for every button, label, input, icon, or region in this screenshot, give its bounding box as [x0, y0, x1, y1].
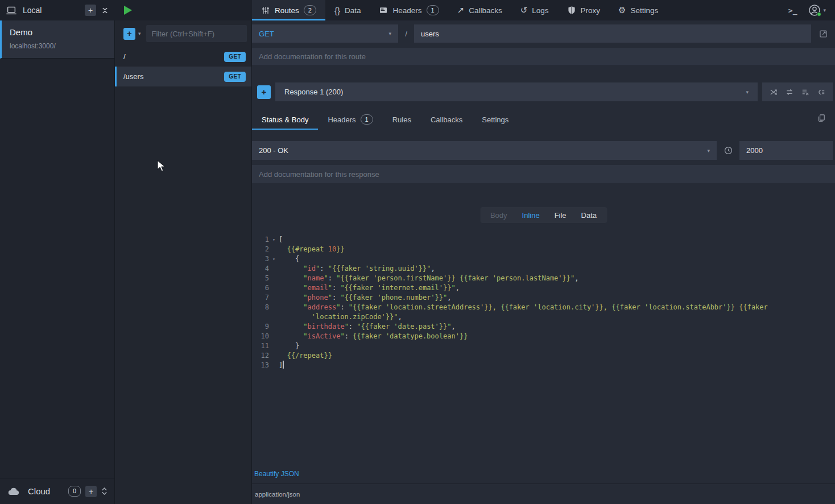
code-line[interactable]: [ — [279, 235, 835, 245]
route-item-root[interactable]: /GET — [115, 47, 251, 67]
body-type-toggle: BodyInlineFileData — [480, 207, 607, 223]
chevron-down-icon: ▾ — [746, 89, 749, 95]
open-route-external-icon[interactable] — [811, 29, 835, 39]
proxy-icon — [567, 6, 576, 15]
code-line[interactable]: "isActive": {{faker 'datatype.boolean'}} — [279, 332, 835, 341]
add-response-button[interactable]: + — [257, 85, 271, 99]
route-documentation-input[interactable] — [252, 48, 835, 65]
response-mode-buttons — [762, 82, 833, 101]
code-line[interactable]: "email": "{{faker 'internet.email'}}", — [279, 283, 835, 293]
response-select[interactable]: Response 1 (200) ▾ — [275, 82, 758, 101]
environment-item-demo[interactable]: Demo localhost:3000/ — [0, 20, 114, 59]
editor-line: 6 "email": "{{faker 'internet.email'}}", — [252, 283, 835, 293]
body-toggle-file[interactable]: File — [547, 211, 574, 220]
method-badge: GET — [224, 52, 246, 62]
response-selector-row: + Response 1 (200) ▾ — [252, 82, 833, 101]
expand-collapse-icon[interactable] — [101, 487, 108, 495]
response-tab-label: Callbacks — [431, 115, 462, 124]
response-tab-settings[interactable]: Settings — [472, 109, 518, 130]
tab-data[interactable]: {}Data — [325, 0, 370, 20]
method-select[interactable]: GET ▾ — [252, 24, 398, 43]
tab-routes[interactable]: Routes2 — [252, 0, 325, 20]
mockoon-app: Local + Routes2{}DataHeaders1↗Callbacks↺… — [0, 0, 835, 504]
code-line[interactable]: ] — [279, 361, 835, 370]
disable-rules-icon — [801, 88, 810, 97]
fold-gutter — [269, 264, 279, 274]
method-badge: GET — [224, 72, 246, 82]
response-tab-callbacks[interactable]: Callbacks — [421, 109, 472, 130]
cloud-add-button[interactable]: + — [85, 486, 97, 497]
account-menu[interactable]: ▾ — [808, 4, 826, 16]
tab-badge: 2 — [304, 5, 316, 15]
code-line[interactable]: {{/repeat}} — [279, 351, 835, 361]
line-number: 12 — [252, 351, 269, 361]
repeat-button[interactable] — [785, 88, 794, 97]
disable-rules-button[interactable] — [801, 88, 810, 97]
line-number: 13 — [252, 361, 269, 370]
start-server-button[interactable] — [124, 6, 132, 15]
line-number: 9 — [252, 322, 269, 332]
tab-headers[interactable]: Headers1 — [370, 0, 448, 20]
tab-callbacks[interactable]: ↗Callbacks — [448, 0, 511, 20]
shuffle-icon — [769, 88, 778, 97]
response-tab-label: Headers — [328, 115, 356, 124]
new-environment-button[interactable]: + — [85, 5, 96, 16]
beautify-json-link[interactable]: Beautify JSON — [254, 470, 299, 478]
cloud-count-badge: 0 — [68, 486, 81, 497]
line-number: 11 — [252, 341, 269, 351]
response-tab-status-body[interactable]: Status & Body — [252, 109, 318, 130]
line-number: 2 — [252, 245, 269, 254]
body-toggle-data[interactable]: Data — [574, 211, 604, 220]
code-line[interactable]: "address": "{{faker 'location.streetAddr… — [279, 303, 835, 312]
code-line[interactable]: "id": "{{faker 'string.uuid'}}", — [279, 264, 835, 274]
fold-toggle-icon[interactable]: ▾ — [269, 235, 279, 245]
method-value: GET — [259, 30, 274, 38]
data-icon: {} — [334, 6, 340, 15]
environment-host: localhost:3000/ — [10, 42, 114, 50]
latency-input[interactable] — [739, 141, 833, 160]
chevron-down-icon: ▾ — [707, 148, 710, 154]
editor-status-bar: application/json — [252, 484, 835, 504]
code-line[interactable]: { — [279, 254, 835, 264]
terminal-icon[interactable]: >_ — [788, 6, 797, 15]
response-documentation-input[interactable] — [252, 165, 835, 183]
code-line[interactable]: "name": "{{faker 'person.firstName'}} {{… — [279, 274, 835, 283]
response-tab-headers[interactable]: Headers1 — [318, 109, 382, 130]
laptop-icon — [6, 6, 17, 15]
line-number: 7 — [252, 293, 269, 303]
logs-icon: ↺ — [520, 5, 528, 15]
chevron-down-icon[interactable]: ▾ — [138, 31, 141, 36]
route-path-input[interactable] — [414, 24, 811, 43]
editor-line: 2 {{#repeat 10}} — [252, 245, 835, 254]
code-line[interactable]: "phone": "{{faker 'phone.number'}}", — [279, 293, 835, 303]
tab-settings[interactable]: ⚙Settings — [609, 0, 667, 20]
fold-toggle-icon[interactable]: ▾ — [269, 254, 279, 264]
response-tab-rules[interactable]: Rules — [383, 109, 421, 130]
route-filter-input[interactable] — [146, 25, 247, 42]
path-separator: / — [398, 30, 414, 38]
tab-label: Callbacks — [469, 6, 502, 15]
editor-line: 8 "address": "{{faker 'location.streetAd… — [252, 303, 835, 312]
code-line[interactable]: } — [279, 341, 835, 351]
code-line[interactable]: 'location.zipCode'}}", — [279, 312, 835, 322]
code-editor[interactable]: 1▾[2 {{#repeat 10}}3▾ {4 "id": "{{faker … — [252, 233, 835, 468]
route-item-users[interactable]: /usersGET — [115, 67, 251, 86]
shuffle-button[interactable] — [769, 88, 778, 97]
editor-line: 10 "isActive": {{faker 'datatype.boolean… — [252, 332, 835, 341]
fold-gutter — [269, 274, 279, 283]
line-number: 3 — [252, 254, 269, 264]
line-number: 5 — [252, 274, 269, 283]
fallback-button[interactable] — [817, 88, 826, 97]
editor-line: 12 {{/repeat}} — [252, 351, 835, 361]
status-code-select[interactable]: 200 - OK ▾ — [252, 141, 717, 160]
route-list: /GET/usersGET — [115, 47, 251, 86]
add-route-button[interactable]: + — [123, 28, 135, 40]
editor-line: 4 "id": "{{faker 'string.uuid'}}", — [252, 264, 835, 274]
code-line[interactable]: {{#repeat 10}} — [279, 245, 835, 254]
tab-logs[interactable]: ↺Logs — [511, 0, 558, 20]
body-toggle-inline[interactable]: Inline — [515, 211, 547, 220]
collapse-menu-icon[interactable] — [101, 6, 109, 15]
tab-proxy[interactable]: Proxy — [558, 0, 610, 20]
copy-icon[interactable] — [817, 113, 826, 123]
code-line[interactable]: "birthdate": "{{faker 'date.past'}}", — [279, 322, 835, 332]
